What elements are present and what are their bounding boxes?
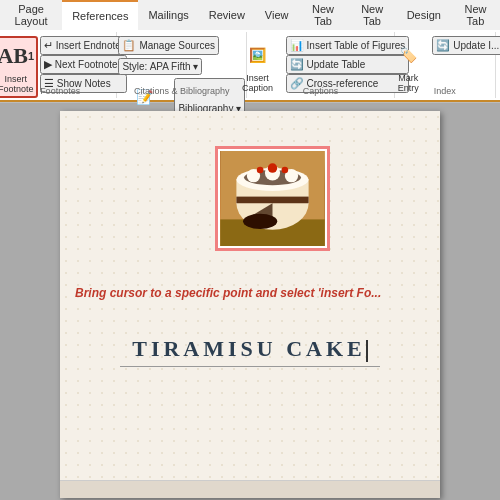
update-index-button[interactable]: 🔄 Update I... bbox=[432, 36, 500, 55]
svg-point-10 bbox=[268, 163, 278, 173]
cake-image bbox=[220, 151, 325, 246]
cake-image-container[interactable] bbox=[215, 146, 330, 251]
captions-group-label: Captions bbox=[247, 86, 393, 96]
tab-page-layout[interactable]: Page Layout bbox=[0, 0, 62, 30]
tab-design[interactable]: Design bbox=[397, 0, 451, 30]
insert-endnote-button[interactable]: ↵ Insert Endnote bbox=[40, 36, 127, 55]
tab-new-tab-3[interactable]: New Tab bbox=[451, 0, 500, 30]
footnotes-group: AB 1 Insert Footnote ↵ Insert Endnote ▶ … bbox=[4, 32, 117, 98]
insert-footnote-icon: AB 1 bbox=[0, 40, 32, 72]
index-group: 🏷️ Mark Entry 🔄 Update I... Index bbox=[395, 32, 496, 98]
citations-group: 📋 Manage Sources Style: APA Fifth ▾ 📝 In… bbox=[117, 32, 247, 98]
document-area: Bring cursor to a specific point and sel… bbox=[0, 103, 500, 500]
document-title[interactable]: TIRAMISU CAKE bbox=[120, 336, 380, 367]
svg-point-12 bbox=[282, 167, 289, 174]
update-table-icon: 🔄 bbox=[290, 58, 304, 71]
citations-group-label: Citations & Bibliography bbox=[117, 86, 246, 96]
style-button[interactable]: Style: APA Fifth ▾ bbox=[118, 58, 202, 75]
instruction-text: Bring cursor to a specific point and sel… bbox=[75, 286, 430, 300]
text-cursor bbox=[366, 340, 368, 362]
page-bottom-strip bbox=[60, 480, 440, 498]
tab-review[interactable]: Review bbox=[199, 0, 255, 30]
tab-new-tab-2[interactable]: New Tab bbox=[348, 0, 397, 30]
endnote-icon: ↵ bbox=[44, 39, 53, 52]
svg-point-14 bbox=[243, 214, 277, 229]
next-icon: ▶ bbox=[44, 58, 52, 71]
tab-mailings[interactable]: Mailings bbox=[138, 0, 198, 30]
tab-new-tab-1[interactable]: New Tab bbox=[299, 0, 348, 30]
tab-references[interactable]: References bbox=[62, 0, 138, 30]
next-footnote-button[interactable]: ▶ Next Footnote ▾ bbox=[40, 55, 127, 74]
ribbon: Page Layout References Mailings Review V… bbox=[0, 0, 500, 103]
table-figures-icon: 📊 bbox=[290, 39, 304, 52]
svg-rect-4 bbox=[236, 197, 308, 204]
update-index-icon: 🔄 bbox=[436, 39, 450, 52]
document-page[interactable]: Bring cursor to a specific point and sel… bbox=[60, 111, 440, 498]
footnote-small-buttons: ↵ Insert Endnote ▶ Next Footnote ▾ ☰ Sho… bbox=[40, 36, 127, 93]
ribbon-tabs: Page Layout References Mailings Review V… bbox=[0, 0, 500, 30]
manage-sources-button[interactable]: 📋 Manage Sources bbox=[118, 36, 219, 55]
footnotes-group-label: Footnotes bbox=[4, 86, 116, 96]
ribbon-content: AB 1 Insert Footnote ↵ Insert Endnote ▶ … bbox=[0, 30, 500, 102]
captions-group: 🖼️ Insert Caption 📊 Insert Table of Figu… bbox=[247, 32, 394, 98]
index-small-buttons: 🔄 Update I... bbox=[432, 36, 500, 55]
tab-view[interactable]: View bbox=[255, 0, 299, 30]
svg-point-11 bbox=[257, 167, 264, 174]
manage-sources-icon: 📋 bbox=[122, 39, 136, 52]
index-group-label: Index bbox=[395, 86, 495, 96]
mark-entry-icon: 🏷️ bbox=[392, 39, 424, 71]
insert-caption-icon: 🖼️ bbox=[242, 39, 274, 71]
